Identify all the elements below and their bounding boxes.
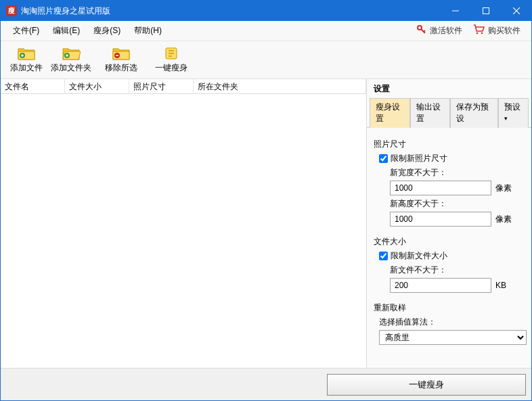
minimize-button[interactable] (440, 1, 470, 21)
menu-slim[interactable]: 瘦身(S) (87, 22, 127, 39)
limit-file-size-label: 限制新文件大小 (391, 250, 447, 262)
activate-link[interactable]: 激活软件 (411, 23, 468, 39)
table-header: 文件名 文件大小 照片尺寸 所在文件夹 (1, 79, 366, 94)
photo-size-section-title: 照片尺寸 (374, 139, 525, 150)
limit-photo-size-label: 限制新照片尺寸 (391, 153, 447, 164)
footer: 一键瘦身 (1, 368, 531, 400)
height-input[interactable] (390, 212, 491, 227)
maximize-button[interactable] (470, 1, 501, 21)
window-controls (440, 1, 531, 21)
content-area: 文件名 文件大小 照片尺寸 所在文件夹 设置 瘦身设置 输出设置 保存为预设 预… (1, 79, 531, 368)
svg-point-8 (481, 32, 483, 34)
settings-body: 照片尺寸 限制新照片尺寸 新宽度不大于： 像素 新高度不大于： (367, 128, 531, 368)
tab-preset[interactable]: 预设 (498, 98, 529, 128)
activate-label: 激活软件 (430, 25, 462, 37)
settings-title: 设置 (367, 79, 531, 97)
menu-help[interactable]: 帮助(H) (127, 22, 169, 39)
menu-file[interactable]: 文件(F) (6, 22, 46, 39)
width-label: 新宽度不大于： (390, 167, 525, 179)
remove-icon (112, 46, 131, 61)
algo-label: 选择插值算法： (379, 316, 525, 328)
add-folder-button[interactable]: 添加文件夹 (49, 44, 93, 76)
th-filesize[interactable]: 文件大小 (65, 79, 129, 93)
window-title: 淘淘照片瘦身之星试用版 (21, 5, 440, 17)
settings-tabs: 瘦身设置 输出设置 保存为预设 预设 (367, 97, 531, 128)
tab-slim-settings[interactable]: 瘦身设置 (370, 98, 410, 128)
svg-rect-1 (483, 8, 489, 14)
add-file-label: 添加文件 (10, 62, 43, 74)
buy-link[interactable]: 购买软件 (468, 23, 526, 39)
app-window: 瘦 淘淘照片瘦身之星试用版 文件(F) 编辑(E) 瘦身(S) 帮助(H) 激活… (0, 0, 532, 401)
file-list-pane: 文件名 文件大小 照片尺寸 所在文件夹 (1, 79, 367, 368)
th-dimensions[interactable]: 照片尺寸 (129, 79, 194, 93)
toolbar: 添加文件 添加文件夹 移除所选 一键瘦身 (1, 41, 531, 79)
tab-output-settings[interactable]: 输出设置 (410, 98, 451, 128)
minimize-icon (452, 7, 459, 14)
width-unit: 像素 (495, 183, 512, 194)
slim-icon (162, 46, 181, 61)
slim-label: 一键瘦身 (155, 62, 187, 74)
menubar: 文件(F) 编辑(E) 瘦身(S) 帮助(H) 激活软件 购买软件 (1, 21, 531, 41)
svg-line-6 (424, 30, 425, 32)
app-icon: 瘦 (6, 5, 17, 16)
file-size-section-title: 文件大小 (374, 236, 525, 247)
filesize-input[interactable] (390, 278, 491, 293)
one-key-slim-button[interactable]: 一键瘦身 (150, 44, 193, 76)
svg-point-7 (476, 32, 479, 34)
height-unit: 像素 (495, 214, 512, 225)
tab-save-preset[interactable]: 保存为预设 (450, 98, 497, 128)
limit-photo-size-checkbox[interactable] (379, 154, 388, 163)
th-filename[interactable]: 文件名 (1, 79, 65, 93)
menu-edit[interactable]: 编辑(E) (46, 22, 87, 39)
add-file-icon (17, 46, 36, 61)
width-input[interactable] (390, 181, 491, 195)
th-folder[interactable]: 所在文件夹 (194, 79, 366, 93)
remove-selected-button[interactable]: 移除所选 (99, 44, 143, 76)
filesize-label: 新文件不大于： (390, 264, 525, 276)
cart-icon (473, 24, 485, 38)
buy-label: 购买软件 (488, 25, 520, 37)
table-body[interactable] (1, 94, 366, 368)
resample-section-title: 重新取样 (374, 302, 525, 314)
height-label: 新高度不大于： (390, 198, 525, 210)
close-button[interactable] (501, 1, 531, 21)
limit-file-size-checkbox[interactable] (379, 252, 388, 260)
close-icon (513, 7, 520, 14)
settings-pane: 设置 瘦身设置 输出设置 保存为预设 预设 照片尺寸 限制新照片尺寸 新宽度不大… (367, 79, 531, 368)
remove-label: 移除所选 (105, 62, 137, 74)
algo-select[interactable]: 高质里 (379, 330, 527, 345)
add-folder-icon (62, 46, 81, 61)
titlebar: 瘦 淘淘照片瘦身之星试用版 (1, 1, 531, 21)
footer-one-key-slim-button[interactable]: 一键瘦身 (327, 374, 526, 396)
filesize-unit: KB (495, 281, 506, 290)
add-folder-label: 添加文件夹 (51, 62, 91, 74)
key-icon (416, 24, 427, 37)
maximize-icon (483, 7, 489, 14)
add-file-button[interactable]: 添加文件 (5, 44, 48, 76)
